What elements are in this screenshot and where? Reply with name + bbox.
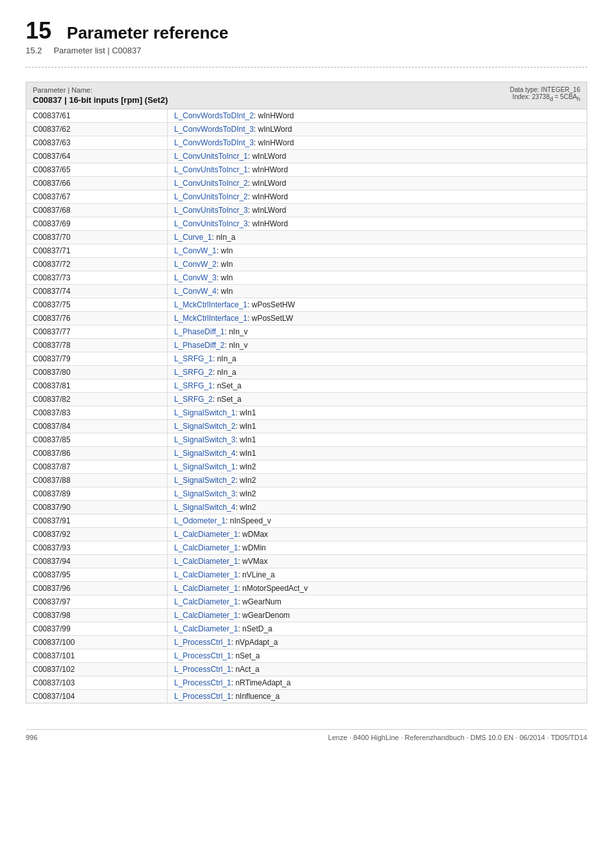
param-link-anchor[interactable]: L_CalcDiameter_1 bbox=[174, 584, 238, 593]
param-link[interactable]: L_SignalSwitch_1: wIn1 bbox=[168, 406, 587, 419]
param-link[interactable]: L_SignalSwitch_2: wIn2 bbox=[168, 474, 587, 487]
param-link[interactable]: L_SignalSwitch_4: wIn1 bbox=[168, 447, 587, 460]
param-link[interactable]: L_ConvW_4: wIn bbox=[168, 285, 587, 298]
param-link-anchor[interactable]: L_ConvUnitsToIncr_2 bbox=[174, 179, 248, 188]
param-link-anchor[interactable]: L_ProcessCtrl_1 bbox=[174, 638, 231, 647]
param-link[interactable]: L_ConvUnitsToIncr_3: wInHWord bbox=[168, 217, 587, 230]
param-link-anchor[interactable]: L_CalcDiameter_1 bbox=[174, 597, 238, 606]
param-link-anchor[interactable]: L_CalcDiameter_1 bbox=[174, 557, 238, 566]
table-row: C00837/85L_SignalSwitch_3: wIn1 bbox=[26, 433, 587, 447]
table-row: C00837/61L_ConvWordsToDInt_2: wInHWord bbox=[26, 109, 587, 123]
param-link[interactable]: L_SRFG_1: nIn_a bbox=[168, 352, 587, 365]
table-row: C00837/98L_CalcDiameter_1: wGearDenom bbox=[26, 609, 587, 622]
param-link[interactable]: L_SRFG_1: nSet_a bbox=[168, 379, 587, 392]
param-value: : nSet_a bbox=[213, 381, 242, 390]
param-link-anchor[interactable]: L_SignalSwitch_1 bbox=[174, 408, 235, 417]
param-link-anchor[interactable]: L_SignalSwitch_2 bbox=[174, 476, 235, 485]
param-link-anchor[interactable]: L_ConvWordsToDInt_2 bbox=[174, 111, 254, 120]
param-link-anchor[interactable]: L_ConvWordsToDInt_3 bbox=[174, 138, 254, 147]
param-link-anchor[interactable]: L_ProcessCtrl_1 bbox=[174, 665, 231, 674]
param-link-anchor[interactable]: L_ConvUnitsToIncr_3 bbox=[174, 219, 248, 228]
param-link-anchor[interactable]: L_PhaseDiff_2 bbox=[174, 341, 225, 350]
param-link[interactable]: L_ProcessCtrl_1: nRTimeAdapt_a bbox=[168, 676, 587, 689]
param-link[interactable]: L_CalcDiameter_1: wGearDenom bbox=[168, 609, 587, 622]
param-link[interactable]: L_ConvWordsToDInt_3: wInHWord bbox=[168, 136, 587, 149]
param-link[interactable]: L_CalcDiameter_1: nMotorSpeedAct_v bbox=[168, 582, 587, 595]
param-link-anchor[interactable]: L_CalcDiameter_1 bbox=[174, 530, 238, 539]
param-link-anchor[interactable]: L_ProcessCtrl_1 bbox=[174, 651, 231, 660]
param-link-anchor[interactable]: L_ConvUnitsToIncr_2 bbox=[174, 192, 248, 201]
param-link[interactable]: L_CalcDiameter_1: nSetD_a bbox=[168, 622, 587, 635]
param-link-anchor[interactable]: L_SignalSwitch_4 bbox=[174, 449, 235, 458]
param-link-anchor[interactable]: L_SignalSwitch_4 bbox=[174, 503, 235, 512]
param-link[interactable]: L_ConvW_1: wIn bbox=[168, 244, 587, 257]
param-link[interactable]: L_ConvUnitsToIncr_2: wInLWord bbox=[168, 177, 587, 190]
param-link-anchor[interactable]: L_SRFG_1 bbox=[174, 354, 213, 363]
param-id: C00837/77 bbox=[26, 325, 168, 338]
param-link[interactable]: L_CalcDiameter_1: nVLine_a bbox=[168, 568, 587, 581]
section-line: 15.2 Parameter list | C00837 bbox=[26, 46, 587, 55]
param-link-anchor[interactable]: L_Odometer_1 bbox=[174, 516, 226, 525]
param-link-anchor[interactable]: L_ConvW_2 bbox=[174, 260, 217, 269]
param-link[interactable]: L_MckCtrlInterface_1: wPosSetLW bbox=[168, 312, 587, 325]
param-link[interactable]: L_CalcDiameter_1: wGearNum bbox=[168, 595, 587, 608]
table-row: C00837/73L_ConvW_3: wIn bbox=[26, 271, 587, 285]
param-link[interactable]: L_ConvW_3: wIn bbox=[168, 271, 587, 284]
param-link-anchor[interactable]: L_SignalSwitch_3 bbox=[174, 489, 235, 498]
param-link[interactable]: L_CalcDiameter_1: wDMax bbox=[168, 528, 587, 541]
param-link[interactable]: L_ConvW_2: wIn bbox=[168, 258, 587, 271]
param-link[interactable]: L_ConvUnitsToIncr_3: wInLWord bbox=[168, 204, 587, 217]
param-link-anchor[interactable]: L_ProcessCtrl_1 bbox=[174, 678, 231, 687]
param-link-anchor[interactable]: L_SRFG_1 bbox=[174, 381, 213, 390]
param-link[interactable]: L_PhaseDiff_1: nIn_v bbox=[168, 325, 587, 338]
param-link-anchor[interactable]: L_ConvW_3 bbox=[174, 273, 217, 282]
param-link-anchor[interactable]: L_ConvUnitsToIncr_1 bbox=[174, 152, 248, 161]
param-link[interactable]: L_ConvUnitsToIncr_1: wInLWord bbox=[168, 150, 587, 163]
param-link-anchor[interactable]: L_CalcDiameter_1 bbox=[174, 543, 238, 552]
param-link-anchor[interactable]: L_ConvW_4 bbox=[174, 287, 217, 296]
param-link-anchor[interactable]: L_PhaseDiff_1 bbox=[174, 327, 225, 336]
chapter-number: 15 bbox=[26, 19, 51, 42]
param-link[interactable]: L_SignalSwitch_1: wIn2 bbox=[168, 460, 587, 473]
param-link[interactable]: L_SRFG_2: nSet_a bbox=[168, 393, 587, 406]
param-link-anchor[interactable]: L_ConvWordsToDInt_3 bbox=[174, 125, 254, 134]
param-link-anchor[interactable]: L_ConvUnitsToIncr_1 bbox=[174, 165, 248, 174]
param-link-anchor[interactable]: L_Curve_1 bbox=[174, 233, 212, 242]
param-link-anchor[interactable]: L_SignalSwitch_3 bbox=[174, 435, 235, 444]
param-link-anchor[interactable]: L_SignalSwitch_1 bbox=[174, 462, 235, 471]
param-link-anchor[interactable]: L_SRFG_2 bbox=[174, 368, 213, 377]
param-link-anchor[interactable]: L_CalcDiameter_1 bbox=[174, 570, 238, 579]
param-link[interactable]: L_MckCtrlInterface_1: wPosSetHW bbox=[168, 298, 587, 311]
param-link[interactable]: L_CalcDiameter_1: wVMax bbox=[168, 555, 587, 568]
param-link-anchor[interactable]: L_ProcessCtrl_1 bbox=[174, 692, 231, 701]
param-link[interactable]: L_ProcessCtrl_1: nInfluence_a bbox=[168, 690, 587, 703]
param-link-anchor[interactable]: L_MckCtrlInterface_1 bbox=[174, 314, 247, 323]
param-link-anchor[interactable]: L_ConvW_1 bbox=[174, 246, 217, 255]
param-link-anchor[interactable]: L_SRFG_2 bbox=[174, 395, 213, 404]
param-link-anchor[interactable]: L_MckCtrlInterface_1 bbox=[174, 300, 247, 309]
param-link[interactable]: L_CalcDiameter_1: wDMin bbox=[168, 541, 587, 554]
param-link[interactable]: L_ConvWordsToDInt_3: wInLWord bbox=[168, 123, 587, 136]
param-link[interactable]: L_SRFG_2: nIn_a bbox=[168, 366, 587, 379]
param-link[interactable]: L_SignalSwitch_3: wIn1 bbox=[168, 433, 587, 446]
param-link[interactable]: L_ConvUnitsToIncr_1: wInHWord bbox=[168, 163, 587, 176]
param-link[interactable]: L_ConvWordsToDInt_2: wInHWord bbox=[168, 109, 587, 122]
param-label: Parameter | Name: bbox=[33, 86, 168, 94]
param-link[interactable]: L_Odometer_1: nInSpeed_v bbox=[168, 514, 587, 527]
param-link[interactable]: L_ConvUnitsToIncr_2: wInHWord bbox=[168, 190, 587, 203]
param-link[interactable]: L_Curve_1: nIn_a bbox=[168, 231, 587, 244]
param-link-anchor[interactable]: L_ConvUnitsToIncr_3 bbox=[174, 206, 248, 215]
param-link[interactable]: L_SignalSwitch_3: wIn2 bbox=[168, 487, 587, 500]
param-link[interactable]: L_ProcessCtrl_1: nAct_a bbox=[168, 663, 587, 676]
param-link-anchor[interactable]: L_CalcDiameter_1 bbox=[174, 624, 238, 633]
param-link[interactable]: L_PhaseDiff_2: nIn_v bbox=[168, 339, 587, 352]
param-link-anchor[interactable]: L_SignalSwitch_2 bbox=[174, 422, 235, 431]
param-link[interactable]: L_SignalSwitch_2: wIn1 bbox=[168, 420, 587, 433]
param-link[interactable]: L_SignalSwitch_4: wIn2 bbox=[168, 501, 587, 514]
param-link[interactable]: L_ProcessCtrl_1: nSet_a bbox=[168, 649, 587, 662]
param-id: C00837/65 bbox=[26, 163, 168, 176]
table-row: C00837/83L_SignalSwitch_1: wIn1 bbox=[26, 406, 587, 420]
param-value: : wGearDenom bbox=[238, 611, 290, 620]
param-link-anchor[interactable]: L_CalcDiameter_1 bbox=[174, 611, 238, 620]
param-link[interactable]: L_ProcessCtrl_1: nVpAdapt_a bbox=[168, 636, 587, 649]
